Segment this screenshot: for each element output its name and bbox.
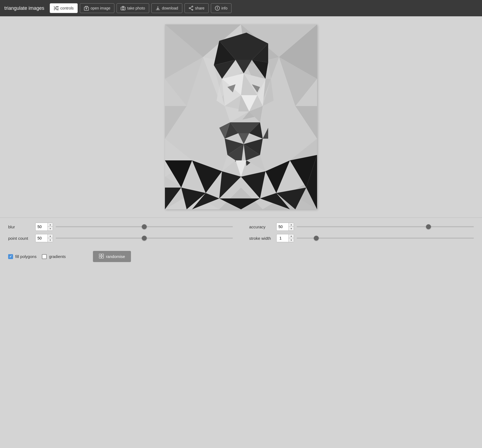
- blur-slider-wrap: [56, 224, 233, 229]
- point-count-input[interactable]: [36, 236, 48, 240]
- svg-marker-87: [263, 128, 268, 139]
- blur-up-button[interactable]: ▲: [48, 223, 53, 227]
- svg-point-3: [54, 6, 56, 7]
- svg-point-14: [192, 9, 193, 10]
- point-count-down-button[interactable]: ▼: [48, 238, 53, 242]
- point-count-spinner: ▲ ▼: [48, 234, 53, 242]
- gradients-label: gradients: [49, 254, 66, 259]
- stroke-width-slider[interactable]: [297, 238, 474, 239]
- stroke-width-control-row: stroke width ▲ ▼: [249, 234, 474, 242]
- share-label: share: [195, 6, 205, 10]
- download-button[interactable]: download: [151, 3, 182, 13]
- accuracy-input-wrap: ▲ ▼: [276, 223, 294, 231]
- info-icon: [215, 6, 220, 11]
- controls-panel: blur ▲ ▼ accuracy ▲ ▼ point count: [0, 217, 482, 249]
- blur-slider[interactable]: [56, 226, 233, 227]
- blur-spinner: ▲ ▼: [48, 223, 53, 231]
- svg-rect-10: [122, 6, 124, 7]
- fill-polygons-label: fill polygons: [15, 254, 36, 259]
- canvas-container: [165, 24, 317, 209]
- stroke-width-input[interactable]: [277, 236, 289, 240]
- svg-marker-68: [192, 160, 222, 193]
- open-image-icon: [84, 6, 89, 11]
- svg-rect-90: [99, 256, 101, 258]
- point-count-slider-wrap: [56, 235, 233, 241]
- blur-down-button[interactable]: ▼: [48, 227, 53, 231]
- svg-rect-91: [102, 256, 104, 258]
- svg-point-13: [192, 6, 193, 7]
- accuracy-slider-wrap: [297, 224, 474, 229]
- svg-line-16: [190, 7, 192, 8]
- svg-point-5: [55, 9, 57, 10]
- stroke-width-input-wrap: ▲ ▼: [276, 234, 294, 242]
- svg-marker-31: [165, 106, 187, 139]
- fill-polygons-wrap[interactable]: fill polygons: [8, 254, 36, 259]
- stroke-width-down-button[interactable]: ▼: [289, 238, 294, 242]
- stroke-width-slider-wrap: [297, 235, 474, 241]
- accuracy-slider[interactable]: [297, 226, 474, 227]
- header: triangulate images controls open image: [0, 0, 482, 16]
- blur-input-wrap: ▲ ▼: [35, 223, 53, 231]
- portrait-image: [165, 24, 317, 209]
- bottom-row: fill polygons gradients randomise: [0, 249, 482, 267]
- svg-line-17: [190, 8, 192, 10]
- share-button[interactable]: share: [184, 3, 209, 13]
- randomise-icon: [99, 254, 104, 259]
- info-label: info: [221, 6, 228, 10]
- stroke-width-up-button[interactable]: ▲: [289, 234, 294, 238]
- accuracy-spinner: ▲ ▼: [289, 223, 294, 231]
- blur-control-row: blur ▲ ▼: [8, 223, 233, 231]
- accuracy-label: accuracy: [249, 225, 274, 229]
- fill-polygons-checkbox[interactable]: [8, 254, 13, 259]
- take-photo-label: take photo: [127, 6, 145, 10]
- gradients-wrap[interactable]: gradients: [42, 254, 66, 259]
- take-photo-icon: [121, 6, 126, 11]
- svg-marker-65: [236, 160, 246, 177]
- point-count-up-button[interactable]: ▲: [48, 234, 53, 238]
- svg-marker-32: [295, 106, 317, 139]
- point-count-slider[interactable]: [56, 238, 233, 239]
- accuracy-input[interactable]: [277, 225, 289, 229]
- accuracy-down-button[interactable]: ▼: [289, 227, 294, 231]
- controls-button[interactable]: controls: [50, 3, 78, 13]
- controls-icon: [54, 6, 59, 11]
- stroke-width-spinner: ▲ ▼: [289, 234, 294, 242]
- point-count-input-wrap: ▲ ▼: [35, 234, 53, 242]
- svg-rect-88: [99, 254, 101, 256]
- open-image-button[interactable]: open image: [80, 3, 114, 13]
- app-title: triangulate images: [4, 5, 44, 11]
- blur-input[interactable]: [36, 225, 48, 229]
- svg-point-9: [122, 8, 124, 10]
- svg-marker-60: [238, 133, 249, 144]
- svg-point-15: [189, 8, 190, 9]
- point-count-label: point count: [8, 236, 33, 241]
- controls-label: controls: [60, 6, 74, 10]
- gradients-checkbox[interactable]: [42, 254, 47, 259]
- info-button[interactable]: info: [211, 3, 232, 13]
- open-image-label: open image: [90, 6, 110, 10]
- point-count-control-row: point count ▲ ▼: [8, 234, 233, 242]
- randomise-button[interactable]: randomise: [93, 251, 131, 262]
- blur-label: blur: [8, 225, 33, 229]
- svg-marker-71: [265, 160, 290, 193]
- svg-point-4: [56, 7, 58, 9]
- svg-rect-89: [102, 254, 104, 256]
- download-label: download: [162, 6, 178, 10]
- svg-point-20: [217, 7, 218, 8]
- main-area: [0, 16, 482, 217]
- download-icon: [155, 6, 160, 11]
- take-photo-button[interactable]: take photo: [117, 3, 149, 13]
- stroke-width-label: stroke width: [249, 236, 274, 241]
- accuracy-up-button[interactable]: ▲: [289, 223, 294, 227]
- accuracy-control-row: accuracy ▲ ▼: [249, 223, 474, 231]
- randomise-label: randomise: [106, 254, 125, 259]
- share-icon: [189, 6, 193, 11]
